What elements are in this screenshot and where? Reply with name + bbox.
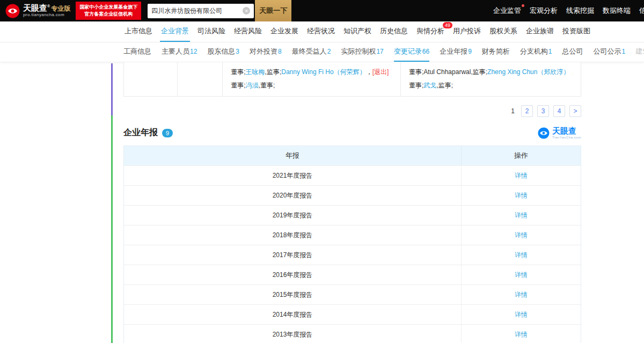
top-nav-item[interactable]: 宏观分析 <box>530 6 558 16</box>
sub-tab[interactable]: 企业年报9 <box>440 42 472 62</box>
person-link[interactable]: Danny Wing Fi Ho（何荣辉） <box>281 68 365 76</box>
detail-link[interactable]: 详情 <box>515 172 528 179</box>
column-header-report: 年报 <box>124 146 462 165</box>
tab-count-badge: 49 <box>443 22 452 28</box>
page-current[interactable]: 1 <box>509 107 517 115</box>
page-button[interactable]: 2 <box>521 105 533 117</box>
sub-tab[interactable]: 主要人员12 <box>162 42 197 62</box>
exit-tag: [退出] <box>372 68 389 76</box>
brand-registered-mark: ® <box>47 4 50 8</box>
main-tab[interactable]: 企业族谱 <box>525 21 555 42</box>
annual-report-row: 2021年度报告 详情 <box>124 165 581 185</box>
main-tab[interactable]: 经营状况 <box>306 21 336 42</box>
main-tab[interactable]: 上市信息 <box>123 21 153 42</box>
sub-tab[interactable]: 建筑资质 <box>635 42 644 62</box>
detail-link[interactable]: 详情 <box>515 211 528 219</box>
main-tab-label: 司法风险 <box>197 27 225 35</box>
person-link[interactable]: 武戈 <box>423 82 436 89</box>
sub-tab[interactable]: 最终受益人2 <box>292 42 331 62</box>
main-tab[interactable]: 历史信息 <box>379 21 409 42</box>
change-text: ， <box>366 68 372 76</box>
change-text: 董事;Atul Chhaparwal,监事; <box>409 68 487 76</box>
main-tab[interactable]: 企业背景 <box>160 21 190 42</box>
sub-tab[interactable]: 财务简析 <box>482 42 510 62</box>
tianyancha-watermark: 天眼查 TianYanCha.com <box>538 127 581 139</box>
sub-tab[interactable]: 股东信息3 <box>207 42 239 62</box>
annual-report-row: 2013年度报告 详情 <box>124 324 581 343</box>
search-button[interactable]: 天眼一下 <box>255 0 291 21</box>
sub-tab-label: 财务简析 <box>482 47 510 55</box>
annual-report-section-header: 企业年报 9 天眼查 TianYanCha.com <box>123 127 581 139</box>
clear-icon[interactable]: × <box>243 7 250 14</box>
annual-report-table-header: 年报 操作 <box>124 146 581 165</box>
sub-tab-label: 工商信息 <box>123 47 151 55</box>
sub-tab-label: 实际控制权 <box>341 47 376 55</box>
detail-link[interactable]: 详情 <box>515 311 528 318</box>
sub-tab[interactable]: 工商信息 <box>123 42 151 62</box>
main-tab-label: 经营风险 <box>234 27 262 35</box>
main-tab[interactable]: 舆情分析 49 <box>415 21 445 42</box>
change-record-cell-empty-2 <box>178 62 223 96</box>
person-link[interactable]: 冯涢 <box>246 82 259 89</box>
sub-tab[interactable]: 公司公示1 <box>594 42 626 62</box>
main-tab[interactable]: 股权关系 <box>488 21 518 42</box>
sub-tab[interactable]: 对外投资8 <box>250 42 282 62</box>
main-tab-label: 知识产权 <box>343 27 371 35</box>
detail-link[interactable]: 详情 <box>515 251 528 259</box>
cert-badge: 国家中小企业发展基金旗下 官方备案企业征信机构 <box>76 2 141 20</box>
annual-report-row: 2016年度报告 详情 <box>124 265 581 284</box>
change-record-cell-empty-1 <box>124 62 178 96</box>
sub-tab-label: 主要人员 <box>162 47 189 55</box>
main-tab[interactable]: 投资版图 <box>561 21 591 42</box>
detail-link[interactable]: 详情 <box>515 271 528 279</box>
top-nav-item[interactable]: 数据终端 <box>603 6 631 16</box>
page-button[interactable]: 3 <box>537 105 549 117</box>
change-text: ,监事; <box>436 82 453 89</box>
sub-tab-label: 企业年报 <box>440 47 467 55</box>
main-tab[interactable]: 知识产权 <box>342 21 372 42</box>
person-link[interactable]: 王咏梅 <box>246 68 265 76</box>
main-tab[interactable]: 用户投诉 <box>452 21 482 42</box>
sub-tab-count: 1 <box>548 48 552 55</box>
page-button[interactable]: 4 <box>553 105 565 117</box>
detail-link[interactable]: 详情 <box>515 192 528 199</box>
top-nav-item[interactable]: 线索挖掘 <box>566 6 594 16</box>
top-nav-item-label: 信 <box>639 6 644 14</box>
report-name: 2020年度报告 <box>124 186 462 205</box>
top-nav-item[interactable]: 企业监管 <box>493 6 521 16</box>
main-content: 董事;王咏梅,监事;Danny Wing Fi Ho（何荣辉），[退出]董事;冯… <box>123 62 581 343</box>
brand-name-line: 天眼查®专业版 <box>23 4 70 13</box>
sub-tab[interactable]: 变更记录66 <box>394 42 429 62</box>
cert-line-2: 官方备案企业征信机构 <box>79 11 137 18</box>
change-record-row: 董事;王咏梅,监事;Danny Wing Fi Ho（何荣辉），[退出]董事;冯… <box>123 62 581 97</box>
main-tab[interactable]: 司法风险 <box>196 21 226 42</box>
anchor-indicator-purple <box>111 63 113 115</box>
page-next-button[interactable]: > <box>569 105 581 117</box>
change-before-cell: 董事;王咏梅,监事;Danny Wing Fi Ho（何荣辉），[退出]董事;冯… <box>223 62 401 96</box>
main-tab-label: 上市信息 <box>125 27 152 35</box>
top-nav-item-label: 宏观分析 <box>530 6 558 14</box>
sub-tab-label: 总公司 <box>562 47 583 55</box>
report-name: 2013年度报告 <box>124 325 462 343</box>
main-tab-label: 股权关系 <box>489 27 517 35</box>
sub-tab-count: 12 <box>190 48 197 55</box>
sub-tab[interactable]: 分支机构1 <box>520 42 552 62</box>
brand-logo[interactable]: 天眼查®专业版 pro.tianyancha.com <box>5 4 70 18</box>
annual-report-row: 2020年度报告 详情 <box>124 185 581 205</box>
change-text: ,监事; <box>265 68 282 76</box>
sub-tab-label: 建筑资质 <box>635 47 644 55</box>
top-header: 天眼查®专业版 pro.tianyancha.com 国家中小企业发展基金旗下 … <box>0 0 644 21</box>
sub-tab[interactable]: 总公司 <box>562 42 583 62</box>
main-tab[interactable]: 企业发展 <box>269 21 299 42</box>
person-link[interactable]: Zheng Xing Chun（郑欣淳） <box>487 68 569 76</box>
tianyancha-logo-icon <box>5 4 20 18</box>
sub-tab[interactable]: 实际控制权17 <box>341 42 383 62</box>
main-tab[interactable]: 经营风险 <box>233 21 263 42</box>
top-nav-item[interactable]: 信 <box>639 6 644 16</box>
detail-link[interactable]: 详情 <box>515 331 528 338</box>
search-input[interactable]: 四川水井坊股份有限公司 <box>151 6 243 16</box>
main-tab-label: 企业背景 <box>161 27 189 35</box>
detail-link[interactable]: 详情 <box>515 231 528 239</box>
main-tab-bar: 上市信息 企业背景 司法风险 经营风险 企业发展 <box>0 21 644 42</box>
detail-link[interactable]: 详情 <box>515 291 528 298</box>
